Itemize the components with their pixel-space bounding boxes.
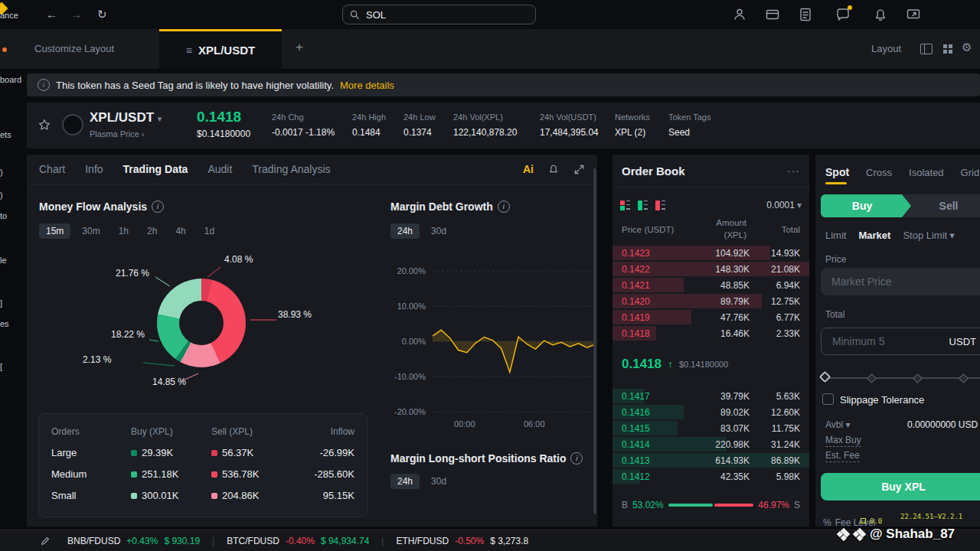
sell-swatch [211,450,217,456]
customize-layout-button[interactable]: Customize Layout [34,43,114,54]
ask-row[interactable]: 0.142089.79K12.75K [612,293,809,309]
stat-token-tags[interactable]: Token TagsSeed [668,112,710,138]
tab-cross[interactable]: Cross [866,167,892,178]
price-input-disabled [821,268,980,295]
margin-debt-30d[interactable]: 30d [424,223,453,239]
precision-selector[interactable]: 0.0001 ▾ [766,200,802,210]
ticker-btc[interactable]: BTC/FDUSD -0.40% $ 94,934.74 [227,536,369,546]
ask-row[interactable]: 0.1423104.92K14.93K [612,245,809,261]
buy-sell-toggle[interactable]: Buy Sell [821,194,980,217]
add-tab-button[interactable]: + [296,40,303,55]
search-input[interactable] [364,8,505,21]
refresh-icon[interactable]: ↻ [97,8,107,21]
buy-toggle-segment[interactable]: Buy [821,194,911,217]
profile-icon[interactable] [732,7,747,22]
margin-ls-24h[interactable]: 24h [390,474,420,489]
panel-layout-icon[interactable] [920,44,933,54]
order-type-limit[interactable]: Limit [825,230,846,241]
tab-grid[interactable]: Grid [961,167,980,178]
expand-icon[interactable] [573,164,585,175]
slider-dot[interactable] [959,373,969,383]
interval-1h[interactable]: 1h [112,223,136,239]
wallet-icon[interactable] [765,7,780,22]
tab-chart[interactable]: Chart [39,163,65,175]
slippage-checkbox[interactable] [822,393,834,405]
edit-pencil-icon[interactable] [40,536,51,546]
pair-subtitle-link[interactable]: Plasma Price › [90,129,145,139]
back-icon[interactable]: ← [46,8,57,21]
orders-icon[interactable] [798,7,813,22]
ask-row[interactable]: 0.142148.85K6.94K [612,277,809,293]
book-view-bids-icon[interactable] [638,201,649,210]
total-input[interactable] [831,334,945,348]
amount-slider-track[interactable] [825,377,980,379]
bid-row[interactable]: 0.141583.07K11.75K [612,420,809,436]
separator: | [381,536,384,546]
margin-debt-24h[interactable]: 24h [390,223,420,239]
tab-spot[interactable]: Spot [825,166,849,178]
info-icon[interactable]: i [570,452,583,465]
bid-row[interactable]: 0.141739.79K5.63K [612,388,809,404]
tab-audit[interactable]: Audit [207,163,232,175]
order-type-market[interactable]: Market [858,230,890,241]
interval-4h[interactable]: 4h [168,223,192,239]
settings-gear-icon[interactable]: ⚙ [962,41,972,54]
active-tab-label: XPL/USDT [198,44,255,57]
ai-assistant-icon[interactable]: Ai [523,163,534,175]
interval-15m[interactable]: 15m [39,223,70,239]
sell-toggle-segment[interactable]: Sell [911,194,980,217]
interval-1d[interactable]: 1d [198,223,221,239]
tab-xpl-usdt[interactable]: ≡ XPL/USDT [159,29,282,69]
order-type-stop-limit[interactable]: Stop Limit ▾ [903,230,954,241]
order-book-menu-icon[interactable]: ··· [787,165,800,177]
grid-layout-icon[interactable] [943,44,947,48]
pair-name: ETH/FDUSD [396,536,449,546]
seed-tag-warning-banner: i This token has a Seed Tag and is likel… [27,73,980,96]
book-view-asks-icon[interactable] [655,201,667,210]
screen-share-icon[interactable] [906,7,921,22]
panel-scrollbar[interactable] [593,168,596,514]
info-icon[interactable]: i [152,201,164,213]
slider-dot[interactable] [867,373,877,383]
ask-row[interactable]: 0.141816.46K2.33K [612,325,809,341]
buy-xpl-button[interactable]: Buy XPL [821,473,980,500]
pair-selector[interactable]: XPL/USDT ▾ [90,110,162,126]
forward-icon[interactable]: → [70,8,82,21]
y-tick: -20.00% [391,407,426,416]
slider-dot[interactable] [913,373,923,383]
bid-row[interactable]: 0.141689.02K12.60K [612,404,809,420]
stat-24h-high: 24h High0.1484 [352,112,386,138]
tab-info[interactable]: Info [85,163,103,175]
ticker-eth[interactable]: ETH/FDUSD -0.50% $ 3,273.8 [396,536,528,546]
search-bar[interactable] [342,5,536,24]
margin-ls-30d[interactable]: 30d [424,474,453,489]
ticker-bnb[interactable]: BNB/FDUSD +0.43% $ 930.19 [67,536,200,546]
max-buy-label[interactable]: Max Buy [825,435,861,447]
est-fee-label[interactable]: Est. Fee [825,450,860,462]
total-input-wrap[interactable]: USDT [821,328,980,355]
layout-menu-button[interactable]: Layout [871,43,901,54]
avbl-label[interactable]: Avbl ▾ [825,419,851,430]
fee-level-row[interactable]: % Fee Level [823,517,875,528]
bid-row[interactable]: 0.1413614.93K86.89K [612,452,809,468]
last-trade-price-row[interactable]: 0.1418 ↑ $0.14180000 [612,349,809,380]
tab-trading-analysis[interactable]: Trading Analysis [252,163,330,175]
tab-trading-data[interactable]: Trading Data [123,163,188,175]
slider-handle[interactable] [819,371,831,383]
tab-isolated[interactable]: Isolated [909,167,944,178]
favorite-star-icon[interactable] [38,118,51,132]
notifications-bell-icon[interactable] [873,7,888,22]
chat-icon[interactable] [835,7,851,22]
donut-leader-lines [73,246,318,399]
stat-networks[interactable]: NetworksXPL (2) [615,112,650,138]
interval-30m[interactable]: 30m [75,223,106,239]
bid-row[interactable]: 0.1414220.98K31.24K [612,436,809,452]
bid-row[interactable]: 0.141242.35K5.98K [612,468,809,484]
book-view-both-icon[interactable] [620,201,632,210]
alert-bell-icon[interactable] [547,163,560,175]
interval-2h[interactable]: 2h [140,223,164,239]
ask-row[interactable]: 0.141947.76K6.77K [612,309,809,325]
info-icon[interactable]: i [498,201,510,213]
more-details-link[interactable]: More details [340,80,394,91]
ask-row[interactable]: 0.1422148.30K21.08K [612,261,809,277]
